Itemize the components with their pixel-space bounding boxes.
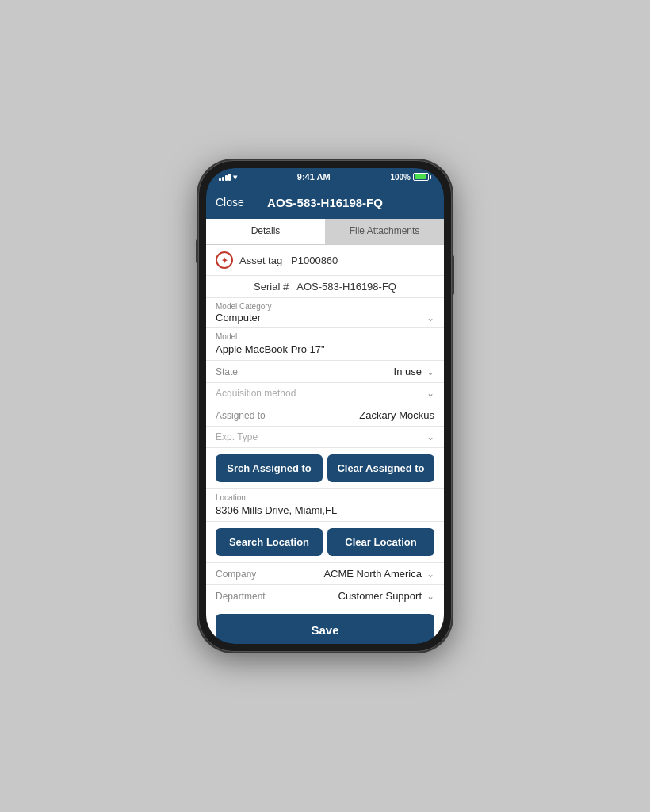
header-title: AOS-583-H16198-FQ — [255, 196, 395, 209]
asset-icon: ✦ — [216, 251, 233, 269]
acquisition-chevron-icon: ⌄ — [426, 388, 434, 399]
wifi-icon: ▾ — [233, 173, 237, 182]
battery-percent: 100% — [390, 173, 411, 182]
exp-type-label: Exp. Type — [216, 431, 258, 442]
save-button[interactable]: Save — [216, 614, 434, 644]
state-chevron-icon: ⌄ — [426, 366, 434, 377]
save-button-row: Save — [206, 607, 444, 644]
assigned-to-value: Zackary Mockus — [359, 409, 434, 421]
company-chevron-icon: ⌄ — [426, 569, 434, 580]
company-value: ACME North America — [323, 568, 422, 580]
chevron-icon: ⌄ — [426, 312, 434, 324]
model-category-value: Computer — [216, 312, 261, 324]
status-time: 9:41 AM — [297, 172, 331, 182]
phone-frame: ▾ 9:41 AM 100% Close AOS-583-H16198-FQ D — [198, 160, 452, 652]
location-value: 8306 Mills Drive, Miami,FL — [216, 504, 337, 516]
header: Close AOS-583-H16198-FQ — [206, 186, 444, 219]
location-label: Location — [216, 493, 434, 502]
assigned-buttons-row: Srch Assigned to Clear Assigned to — [206, 448, 444, 489]
close-button[interactable]: Close — [216, 196, 255, 209]
form-area: ✦ Asset tag P1000860 Serial # AOS-583-H1… — [206, 245, 444, 644]
department-label: Department — [216, 591, 266, 602]
assigned-to-field: Assigned to Zackary Mockus — [206, 404, 444, 427]
department-field[interactable]: Department Customer Support ⌄ — [206, 585, 444, 607]
phone-screen: ▾ 9:41 AM 100% Close AOS-583-H16198-FQ D — [206, 168, 444, 644]
location-buttons-row: Search Location Clear Location — [206, 522, 444, 563]
model-label: Model — [216, 332, 434, 341]
model-field[interactable]: Model Apple MacBook Pro 17" — [206, 328, 444, 361]
company-field[interactable]: Company ACME North America ⌄ — [206, 563, 444, 585]
clear-location-button[interactable]: Clear Location — [327, 528, 434, 556]
battery-icon — [413, 173, 431, 181]
location-field: Location 8306 Mills Drive, Miami,FL — [206, 489, 444, 522]
state-label: State — [216, 366, 238, 377]
tab-bar: Details File Attachments — [206, 219, 444, 245]
exp-type-chevron-icon: ⌄ — [426, 431, 434, 442]
status-right: 100% — [390, 173, 431, 182]
acquisition-method-field[interactable]: Acquisition method ⌄ — [206, 383, 444, 404]
tab-file-attachments[interactable]: File Attachments — [325, 219, 444, 244]
clear-assigned-button[interactable]: Clear Assigned to — [327, 454, 434, 482]
signal-icon — [219, 174, 231, 181]
tab-details[interactable]: Details — [206, 219, 325, 244]
state-value: In use — [394, 366, 422, 377]
asset-tag-value: Asset tag P1000860 — [239, 255, 338, 266]
asset-tag-row: ✦ Asset tag P1000860 — [206, 245, 444, 276]
status-bar: ▾ 9:41 AM 100% — [206, 168, 444, 186]
exp-type-field[interactable]: Exp. Type ⌄ — [206, 427, 444, 448]
acquisition-method-label: Acquisition method — [216, 388, 296, 399]
company-label: Company — [216, 569, 256, 580]
search-assigned-button[interactable]: Srch Assigned to — [216, 454, 323, 482]
department-chevron-icon: ⌄ — [426, 591, 434, 602]
model-category-label: Model Category — [216, 302, 434, 311]
serial-row: Serial # AOS-583-H16198-FQ — [206, 276, 444, 298]
status-left: ▾ — [219, 173, 237, 182]
model-category-field[interactable]: Model Category Computer ⌄ — [206, 298, 444, 328]
model-value: Apple MacBook Pro 17" — [216, 343, 325, 355]
search-location-button[interactable]: Search Location — [216, 528, 323, 556]
state-field[interactable]: State In use ⌄ — [206, 361, 444, 383]
screen-content: Details File Attachments ✦ Asset tag P10… — [206, 219, 444, 644]
assigned-to-label: Assigned to — [216, 410, 266, 421]
department-value: Customer Support — [338, 590, 422, 602]
